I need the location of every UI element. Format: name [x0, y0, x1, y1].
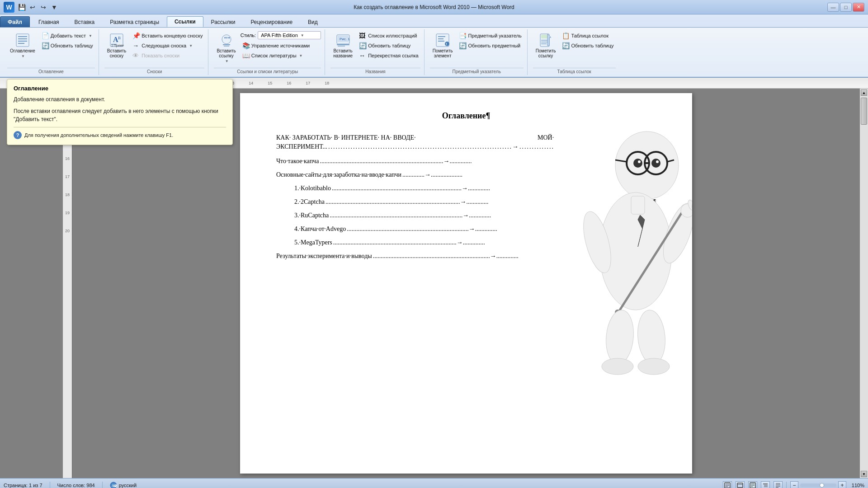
toc-dots-6: ........................................…: [346, 225, 645, 233]
tab-file[interactable]: Файл: [0, 16, 30, 27]
group-toc-label: Оглавление: [7, 68, 95, 75]
zoom-slider[interactable]: [800, 483, 836, 487]
update-ta-label: Обновить таблицу: [571, 43, 613, 48]
window-controls: — □ ✕: [827, 3, 864, 12]
word-count-status: Число слов: 984: [57, 483, 95, 488]
list-figures-btn[interactable]: 🖼 Список иллюстраций: [357, 31, 420, 40]
status-bar: Страница: 1 из 7 Число слов: 984 АВС рус…: [0, 478, 868, 488]
insert-ta-icon: 📋: [562, 32, 569, 39]
update-toc-label: Обновить таблицу: [51, 43, 93, 48]
update-captions-btn[interactable]: 🔄 Обновить таблицу: [357, 41, 420, 50]
update-toc-icon: 🔄: [42, 42, 49, 49]
tooltip-line1: Добавление оглавления в документ.: [14, 95, 226, 103]
tab-review[interactable]: Рецензирование: [243, 16, 300, 27]
undo-quick-btn[interactable]: ↩: [28, 3, 37, 12]
footnotes-small-btns: 📌 Вставить концевую сноску → Следующая с…: [131, 31, 204, 60]
document-page[interactable]: Оглавление¶ КАК· ЗАРАБОТАТЬ· В· ИНТЕРНЕТ…: [240, 93, 692, 474]
scroll-up-btn[interactable]: ▲: [861, 89, 867, 96]
captions-small-btns: 🖼 Список иллюстраций 🔄 Обновить таблицу …: [357, 31, 420, 60]
insert-endnote-btn[interactable]: 📌 Вставить концевую сноску: [131, 31, 204, 40]
citations-small-btns: Стиль: APA Fifth Edition ▼ 📚 Управление …: [241, 31, 321, 60]
full-screen-btn[interactable]: [736, 481, 745, 488]
next-footnote-label: Следующая сноска: [142, 43, 186, 48]
toc-text-6: 4.·Капча·от·Advego: [294, 225, 346, 233]
toc-page-1: ...2¶: [645, 158, 656, 165]
group-footnotes-content: A B 1 Примечание Вставить сноску 📌 Встав…: [104, 29, 205, 67]
toc-dots-8: ........................................…: [372, 253, 645, 260]
tab-references[interactable]: Ссылки: [167, 16, 203, 27]
bibliography-btn[interactable]: 📖 Список литературы ▼: [241, 51, 321, 60]
ribbon-tab-row: Файл Главная Вставка Разметка страницы С…: [0, 14, 868, 27]
caption-icon: Рис. 1: [336, 33, 350, 47]
style-dropdown[interactable]: APA Fifth Edition ▼: [258, 31, 321, 39]
tab-layout[interactable]: Разметка страницы: [102, 16, 167, 27]
mark-citation-btn[interactable]: Пометить ссылку: [533, 31, 559, 60]
tab-insert[interactable]: Вставка: [67, 16, 103, 27]
toc-page-3: ...4¶: [645, 185, 656, 192]
word-logo: W: [4, 2, 14, 13]
zoom-out-btn[interactable]: −: [790, 481, 798, 488]
toc-entry-6: 4.·Капча·от·Advego .....................…: [276, 225, 656, 233]
insert-caption-btn[interactable]: Рис. 1 Вставить название: [330, 31, 355, 60]
table-authority-small-btns: 📋 Таблица ссылок 🔄 Обновить таблицу: [560, 31, 615, 50]
toc-dots-1: ........................................…: [319, 158, 645, 165]
tooltip-hint-text: Для получения дополнительных сведений на…: [24, 132, 173, 138]
insert-footnote-big-btn[interactable]: A B 1 Примечание Вставить сноску: [104, 31, 129, 60]
insert-index-icon: 📑: [459, 32, 466, 39]
tab-home[interactable]: Главная: [31, 16, 67, 27]
insert-index-btn[interactable]: 📑 Предметный указатель: [457, 31, 523, 40]
group-index-label: Предметный указатель: [430, 68, 524, 75]
tab-mailings[interactable]: Рассылки: [203, 16, 243, 27]
zoom-handle: [820, 483, 824, 488]
language-status[interactable]: АВС русский: [110, 482, 137, 488]
cross-ref-btn[interactable]: ↔ Перекрестная ссылка: [357, 51, 420, 60]
page-strip: 13 14 15 16 17 18 19 20: [0, 89, 72, 478]
minimize-btn[interactable]: —: [827, 3, 839, 12]
web-layout-btn[interactable]: [748, 481, 757, 488]
ruler-mark: 17: [306, 81, 310, 85]
mark-entry-btn[interactable]: ! Пометить элемент: [430, 31, 456, 60]
zoom-in-btn[interactable]: +: [838, 481, 846, 488]
group-citations: " " Вставить ссылку ▼ Стиль: APA Fifth E…: [210, 29, 325, 75]
toc-text-3: 1.·Kolotibablo: [294, 185, 331, 192]
update-table-authority-btn[interactable]: 🔄 Обновить таблицу: [560, 41, 615, 50]
tab-view[interactable]: Вид: [300, 16, 326, 27]
insert-table-authority-btn[interactable]: 📋 Таблица ссылок: [560, 31, 615, 40]
draft-view-btn[interactable]: [774, 481, 783, 488]
insert-caption-label: Вставить название: [333, 48, 353, 58]
insert-citation-btn[interactable]: " " Вставить ссылку ▼: [214, 31, 238, 65]
group-index: ! Пометить элемент 📑 Предметный указател…: [426, 29, 528, 75]
close-btn[interactable]: ✕: [853, 3, 864, 12]
svg-text:1 Примечание: 1 Примечание: [111, 44, 124, 47]
maximize-btn[interactable]: □: [840, 3, 852, 12]
customize-quick-btn[interactable]: ▼: [50, 3, 59, 12]
update-captions-label: Обновить таблицу: [368, 43, 410, 48]
toc-text-0: ЭКСПЕРИМЕНТ...: [276, 143, 327, 150]
redo-quick-btn[interactable]: ↪: [39, 3, 48, 12]
toc-page-2: ...3¶: [645, 171, 656, 178]
toc-dropdown-arrow: ▼: [21, 54, 25, 58]
print-layout-btn[interactable]: [723, 481, 732, 488]
vertical-scrollbar[interactable]: ▲ ▼: [860, 89, 868, 478]
add-text-btn[interactable]: 📄 Добавить текст ▼: [40, 31, 95, 40]
zoom-control: − + 110%: [790, 481, 864, 488]
update-table-toc-btn[interactable]: 🔄 Обновить таблицу: [40, 41, 95, 50]
scroll-area[interactable]: Оглавление¶ КАК· ЗАРАБОТАТЬ· В· ИНТЕРНЕТ…: [72, 89, 860, 478]
toc-big-btn[interactable]: Оглавление ▼: [7, 31, 38, 60]
vruler-mark: 16: [65, 156, 70, 161]
scroll-thumb[interactable]: [861, 98, 867, 125]
next-footnote-btn[interactable]: → Следующая сноска ▼: [131, 41, 204, 50]
update-index-btn[interactable]: 🔄 Обновить предметный: [457, 41, 523, 50]
mark-citation-icon: [538, 33, 553, 47]
show-footnotes-btn[interactable]: 👁 Показать сноски: [131, 51, 204, 60]
insert-citation-label: Вставить ссылку: [217, 48, 236, 58]
save-quick-btn[interactable]: 💾: [17, 3, 26, 12]
scroll-down-btn[interactable]: ▼: [861, 471, 867, 477]
mark-entry-label: Пометить элемент: [433, 48, 453, 58]
manage-sources-btn[interactable]: 📚 Управление источниками: [241, 41, 321, 50]
manage-sources-icon: 📚: [242, 42, 250, 49]
outline-view-btn[interactable]: [761, 481, 770, 488]
show-footnotes-icon: 👁: [132, 52, 140, 59]
title-bar: W 💾 ↩ ↪ ▼ Как создать оглавление в Micro…: [0, 0, 868, 14]
svg-rect-60: [737, 483, 743, 488]
